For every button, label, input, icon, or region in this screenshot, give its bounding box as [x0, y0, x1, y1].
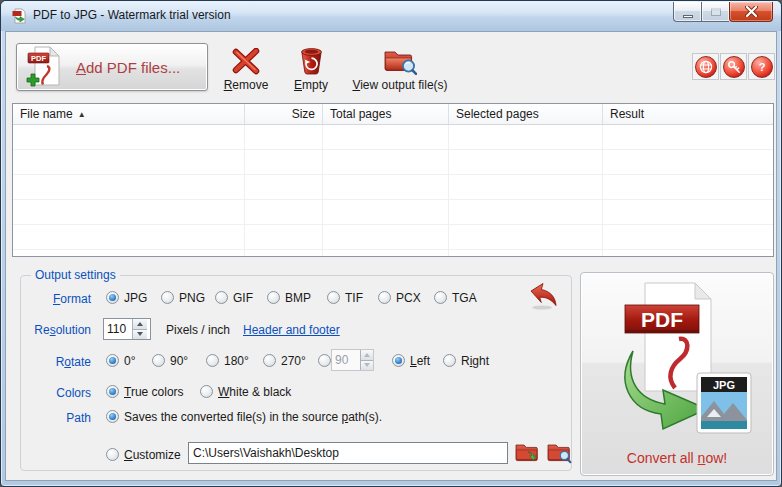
- radio-icon: [392, 354, 405, 367]
- spin-down-button[interactable]: [132, 329, 147, 340]
- column-header-selected-pages[interactable]: Selected pages: [449, 104, 603, 124]
- resolution-unit-label: Pixels / inch: [166, 323, 230, 337]
- custom-path-input[interactable]: [188, 442, 508, 464]
- remove-label: Remove: [216, 78, 276, 92]
- minimize-icon: [683, 15, 693, 18]
- convert-all-button[interactable]: PDF JPG Convert all now!: [580, 272, 774, 476]
- format-option-tga[interactable]: TGA: [434, 290, 477, 305]
- header-footer-link[interactable]: Header and footer: [243, 323, 340, 337]
- table-body: [13, 125, 773, 257]
- radio-icon: [106, 385, 119, 398]
- radio-icon: [152, 354, 165, 367]
- minimize-button[interactable]: [673, 2, 701, 22]
- help-button[interactable]: ?: [748, 53, 775, 80]
- add-pdf-files-label: Add PDF files...: [76, 59, 180, 76]
- website-button[interactable]: [692, 53, 719, 80]
- format-option-bmp[interactable]: BMP: [267, 290, 311, 305]
- table-row: [13, 225, 773, 250]
- rotate-custom-input[interactable]: [332, 350, 360, 370]
- spin-up-button[interactable]: [132, 319, 147, 329]
- table-row: [13, 125, 773, 150]
- radio-icon: [206, 354, 219, 367]
- rotate-direction-left[interactable]: Left: [392, 353, 430, 368]
- column-header-result[interactable]: Result: [603, 104, 773, 124]
- table-row: [13, 175, 773, 200]
- radio-icon: [106, 291, 119, 304]
- remove-button[interactable]: Remove: [216, 45, 276, 95]
- rotate-option-90[interactable]: 90°: [152, 353, 188, 368]
- resolution-spinner: [103, 318, 151, 340]
- column-header-file-name[interactable]: File name▲: [13, 104, 245, 124]
- folder-search-icon: [547, 442, 572, 464]
- radio-icon: [267, 291, 280, 304]
- undo-arrow-icon: [527, 282, 559, 312]
- window-title: PDF to JPG - Watermark trial version: [33, 1, 231, 30]
- add-pdf-files-button[interactable]: PDF Add PDF files...: [16, 43, 208, 91]
- folder-open-icon: [515, 442, 540, 464]
- titlebar[interactable]: PDF to JPG - Watermark trial version: [1, 1, 781, 31]
- group-legend: Output settings: [31, 268, 120, 282]
- colors-option-true-colors[interactable]: True colors: [106, 384, 184, 399]
- rotate-label: Rotate: [21, 355, 91, 369]
- convert-all-label: Convert all now!: [581, 450, 773, 466]
- path-option-customize[interactable]: Customize: [106, 447, 181, 462]
- path-label: Path: [21, 411, 91, 425]
- spin-up-button[interactable]: [360, 350, 373, 360]
- close-button[interactable]: [729, 2, 773, 22]
- browse-folder-button[interactable]: [515, 441, 540, 465]
- open-custom-folder-button[interactable]: [547, 441, 572, 465]
- reset-settings-button[interactable]: [527, 282, 559, 312]
- empty-button[interactable]: Empty: [284, 45, 338, 95]
- trash-icon: [284, 45, 338, 75]
- key-icon: [723, 56, 745, 78]
- radio-icon: [106, 354, 119, 367]
- table-row: [13, 250, 773, 257]
- radio-icon: [106, 448, 119, 461]
- radio-icon: [443, 354, 456, 367]
- table-row: [13, 150, 773, 175]
- sort-ascending-icon: ▲: [78, 110, 86, 119]
- app-icon: [11, 8, 27, 24]
- format-option-tif[interactable]: TIF: [327, 290, 363, 305]
- radio-icon: [106, 410, 119, 423]
- maximize-button[interactable]: [701, 2, 729, 22]
- rotate-option-custom[interactable]: [318, 353, 331, 368]
- rotate-option-0[interactable]: 0°: [106, 353, 135, 368]
- svg-text:?: ?: [758, 61, 765, 73]
- folder-search-icon: [346, 45, 454, 75]
- file-list-table: File name▲ Size Total pages Selected pag…: [12, 103, 774, 257]
- pdf-to-jpg-graphic: PDF JPG: [589, 277, 765, 447]
- svg-text:PDF: PDF: [641, 308, 683, 331]
- view-output-button[interactable]: View output file(s): [346, 45, 454, 95]
- utility-buttons: ?: [692, 53, 775, 80]
- svg-text:JPG: JPG: [713, 379, 735, 391]
- format-option-gif[interactable]: GIF: [215, 290, 253, 305]
- rotate-direction-right[interactable]: Right: [443, 353, 489, 368]
- maximize-icon: [711, 8, 721, 16]
- column-header-total-pages[interactable]: Total pages: [323, 104, 449, 124]
- resolution-label: Resolution: [21, 323, 91, 337]
- radio-icon: [434, 291, 447, 304]
- radio-icon: [200, 385, 213, 398]
- output-settings-group: Output settings Format JPG PNG GIF BMP: [20, 275, 572, 471]
- spin-down-button[interactable]: [360, 360, 373, 371]
- globe-icon: [695, 56, 717, 78]
- resolution-input[interactable]: [104, 319, 132, 339]
- colors-option-white-black[interactable]: White & black: [200, 384, 291, 399]
- radio-icon: [318, 354, 331, 367]
- register-button[interactable]: [720, 53, 747, 80]
- radio-icon: [161, 291, 174, 304]
- column-header-size[interactable]: Size: [245, 104, 323, 124]
- rotate-option-180[interactable]: 180°: [206, 353, 249, 368]
- format-option-pcx[interactable]: PCX: [378, 290, 421, 305]
- app-window: PDF to JPG - Watermark trial version: [0, 0, 782, 487]
- radio-icon: [263, 354, 276, 367]
- svg-text:PDF: PDF: [31, 54, 46, 63]
- path-option-source[interactable]: Saves the converted file(s) in the sourc…: [106, 409, 382, 424]
- rotate-option-270[interactable]: 270°: [263, 353, 306, 368]
- format-option-png[interactable]: PNG: [161, 290, 205, 305]
- format-option-jpg[interactable]: JPG: [106, 290, 147, 305]
- table-row: [13, 200, 773, 225]
- client-area: PDF Add PDF files... Remove: [5, 31, 777, 481]
- radio-icon: [327, 291, 340, 304]
